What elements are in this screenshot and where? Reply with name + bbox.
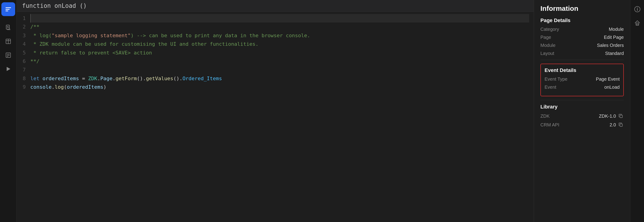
code-editor[interactable]: 1 2 3 4 5 6 7 8 9 /** * log("sample logg… xyxy=(16,12,534,222)
info-panel-title: Information xyxy=(540,5,624,13)
svg-rect-16 xyxy=(620,124,622,126)
code-line-2: /** xyxy=(30,23,529,31)
home-icon[interactable] xyxy=(632,18,642,28)
info-panel: Information Page Details Category Module… xyxy=(534,0,630,222)
divider-2 xyxy=(540,100,624,100)
form-sidebar-icon[interactable] xyxy=(3,50,13,60)
event-details-title: Event Details xyxy=(544,67,620,73)
code-lines[interactable]: /** * log("sample logging statement") --… xyxy=(30,14,534,220)
page-value: Edit Page xyxy=(604,35,624,40)
svg-rect-15 xyxy=(620,115,622,118)
svg-point-19 xyxy=(637,8,638,8)
event-value: onLoad xyxy=(604,85,620,90)
crm-api-copy-icon[interactable] xyxy=(618,122,624,128)
function-title: function onLoad () xyxy=(16,0,534,12)
category-label: Category xyxy=(540,27,559,32)
page-row: Page Edit Page xyxy=(540,35,624,40)
code-line-9: console.log(orderedItems) xyxy=(30,83,529,91)
layout-row: Layout Standard xyxy=(540,51,624,56)
code-line-7 xyxy=(30,66,529,74)
code-line-8: let orderedItems = ZDK.Page.getForm().ge… xyxy=(30,74,529,83)
library-title: Library xyxy=(540,104,624,110)
layout-label: Layout xyxy=(540,51,554,56)
code-line-4: * ZDK module can be used for customising… xyxy=(30,40,529,48)
page-details-title: Page Details xyxy=(540,18,624,24)
category-value: Module xyxy=(609,27,624,32)
zdk-version: ZDK-1.0 xyxy=(599,114,616,119)
event-type-row: Event Type Page Event xyxy=(544,77,620,82)
svg-rect-1 xyxy=(6,9,10,10)
far-right-panel xyxy=(630,0,644,222)
docs-sidebar-icon[interactable] xyxy=(3,23,13,33)
code-line-6: **/ xyxy=(30,57,529,66)
divider-1 xyxy=(540,60,624,60)
svg-rect-4 xyxy=(7,29,10,30)
event-type-label: Event Type xyxy=(544,77,568,82)
sidebar xyxy=(0,0,16,222)
table-sidebar-icon[interactable] xyxy=(3,36,13,46)
event-type-value: Page Event xyxy=(596,77,620,82)
code-line-1 xyxy=(30,14,529,23)
category-row: Category Module xyxy=(540,27,624,32)
line-numbers: 1 2 3 4 5 6 7 8 9 xyxy=(16,14,30,220)
svg-marker-14 xyxy=(7,67,10,71)
module-row: Module Sales Orders xyxy=(540,43,624,48)
event-row: Event onLoad xyxy=(544,85,620,90)
info-circle-icon[interactable] xyxy=(632,4,642,14)
code-line-5: * return false to prevent <SAVE> action xyxy=(30,49,529,57)
page-label: Page xyxy=(540,35,551,40)
svg-rect-0 xyxy=(6,7,11,8)
logo-button[interactable] xyxy=(2,2,15,16)
zdk-copy-icon[interactable] xyxy=(618,113,624,119)
module-value: Sales Orders xyxy=(597,43,624,48)
deploy-sidebar-icon[interactable] xyxy=(3,64,13,74)
crm-api-library-row: CRM API 2.0 xyxy=(540,122,624,128)
layout-value: Standard xyxy=(605,51,624,56)
event-details-box: Event Details Event Type Page Event Even… xyxy=(540,64,624,96)
module-label: Module xyxy=(540,43,556,48)
crm-api-version: 2.0 xyxy=(610,122,616,128)
event-label: Event xyxy=(544,85,556,90)
code-line-3: * log("sample logging statement") --> ca… xyxy=(30,31,529,40)
svg-rect-21 xyxy=(637,24,638,25)
svg-rect-2 xyxy=(6,11,8,11)
zdk-library-row: ZDK ZDK-1.0 xyxy=(540,113,624,119)
zdk-label: ZDK xyxy=(540,114,550,119)
code-editor-area: function onLoad () 1 2 3 4 5 6 7 8 9 /**… xyxy=(16,0,534,222)
crm-api-label: CRM API xyxy=(540,122,559,128)
